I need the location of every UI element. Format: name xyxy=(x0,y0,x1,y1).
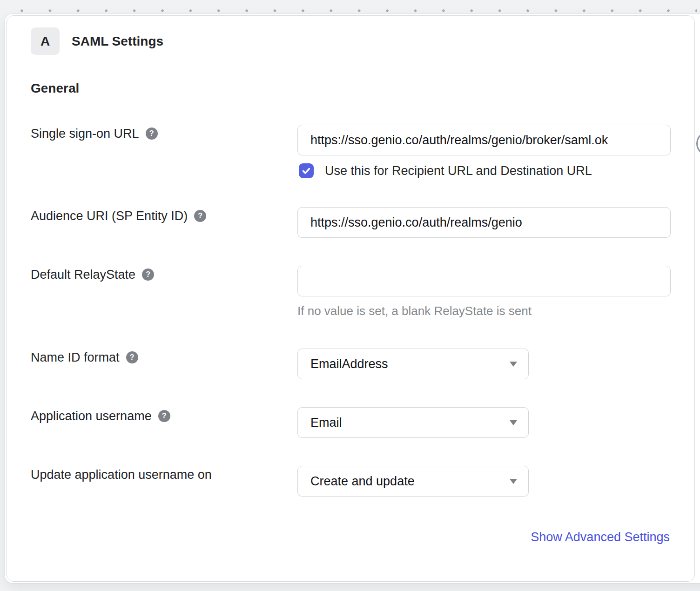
step-badge: A xyxy=(31,27,60,55)
general-section-heading: General xyxy=(31,81,670,96)
step-header: A SAML Settings xyxy=(31,27,670,55)
application-username-select[interactable]: Email xyxy=(297,407,529,438)
name-id-format-select[interactable]: EmailAddress xyxy=(297,349,529,379)
application-username-row: Application username ? Email xyxy=(31,407,670,438)
name-id-format-label: Name ID format xyxy=(31,351,120,364)
dropdown-caret-icon xyxy=(510,420,517,425)
saml-settings-panel: A SAML Settings General Single sign-on U… xyxy=(7,15,695,582)
application-username-value: Email xyxy=(310,416,342,430)
application-username-label: Application username xyxy=(31,410,152,423)
update-application-username-select[interactable]: Create and update xyxy=(297,466,529,497)
audience-uri-row: Audience URI (SP Entity ID) ? xyxy=(31,207,670,238)
help-icon[interactable]: ? xyxy=(194,210,206,222)
sso-url-label: Single sign-on URL xyxy=(31,127,139,140)
dropdown-caret-icon xyxy=(510,362,517,367)
recipient-destination-checkbox[interactable] xyxy=(299,163,314,178)
dropdown-caret-icon xyxy=(510,479,517,484)
audience-uri-input[interactable] xyxy=(297,207,671,238)
name-id-format-value: EmailAddress xyxy=(310,357,388,371)
sso-url-input[interactable] xyxy=(297,125,671,155)
default-relay-state-row: Default RelayState ? If no value is set,… xyxy=(31,266,670,318)
relay-state-helper-text: If no value is set, a blank RelayState i… xyxy=(297,304,671,318)
footer-row: Show Advanced Settings xyxy=(31,529,670,545)
help-icon[interactable]: ? xyxy=(126,351,138,363)
saml-settings-dialog: A SAML Settings General Single sign-on U… xyxy=(5,14,700,583)
update-application-username-label: Update application username on xyxy=(31,468,212,481)
check-icon xyxy=(302,166,311,175)
show-advanced-settings-link[interactable]: Show Advanced Settings xyxy=(531,529,670,545)
recipient-destination-checkbox-row: Use this for Recipient URL and Destinati… xyxy=(297,163,671,178)
sso-url-row: Single sign-on URL ? Use this xyxy=(31,125,670,178)
update-application-username-value: Create and update xyxy=(310,474,415,489)
default-relay-state-input[interactable] xyxy=(297,266,671,296)
dotted-guide-strip xyxy=(20,9,697,12)
audience-uri-label: Audience URI (SP Entity ID) xyxy=(31,209,188,222)
help-icon[interactable]: ? xyxy=(142,269,154,281)
help-icon[interactable]: ? xyxy=(146,128,158,140)
step-title: SAML Settings xyxy=(72,34,163,49)
update-application-username-row: Update application username on Create an… xyxy=(31,466,670,497)
default-relay-state-label: Default RelayState xyxy=(31,268,135,281)
name-id-format-row: Name ID format ? EmailAddress xyxy=(31,349,670,379)
help-icon[interactable]: ? xyxy=(158,410,170,422)
recipient-destination-checkbox-label: Use this for Recipient URL and Destinati… xyxy=(325,163,592,178)
